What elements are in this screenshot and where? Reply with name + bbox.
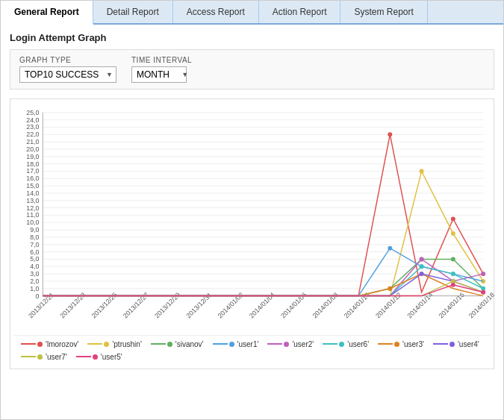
svg-text:7,0: 7,0 (30, 241, 39, 248)
legend-dot-sivanov (167, 342, 172, 347)
legend-item-user1: 'user1' (213, 340, 259, 348)
svg-text:13,0: 13,0 (26, 197, 39, 204)
svg-text:0: 0 (35, 292, 39, 300)
svg-text:21,0: 21,0 (26, 138, 39, 145)
legend-item-user2: 'user2' (267, 340, 314, 348)
svg-point-89 (420, 272, 424, 276)
legend-dot-user3 (394, 342, 399, 347)
svg-text:10,0: 10,0 (26, 219, 39, 226)
svg-point-70 (451, 216, 455, 221)
svg-text:23,0: 23,0 (26, 123, 39, 131)
time-interval-label: TIME INTERVAL (131, 56, 192, 64)
svg-point-81 (420, 257, 424, 261)
svg-text:2014/01/02: 2014/01/02 (217, 291, 245, 319)
legend-item-user7: 'user7' (21, 353, 67, 361)
svg-text:2013/12/23: 2013/12/23 (58, 291, 87, 319)
svg-text:2013/12/21: 2013/12/21 (27, 291, 55, 319)
svg-text:2014/01/16: 2014/01/16 (438, 291, 466, 319)
svg-text:2014/01/06: 2014/01/06 (279, 291, 308, 319)
svg-text:22,0: 22,0 (26, 131, 39, 138)
legend-line-user2 (267, 343, 282, 345)
legend-line-user3 (378, 343, 393, 345)
tab-access-report[interactable]: Access Report (173, 1, 259, 23)
legend-line-lmorozov (21, 343, 36, 345)
svg-point-94 (481, 290, 485, 295)
svg-text:2014/01/12: 2014/01/12 (374, 291, 402, 319)
svg-text:2014/01/10: 2014/01/10 (343, 291, 371, 319)
svg-text:17,0: 17,0 (26, 167, 39, 175)
svg-text:3,0: 3,0 (30, 270, 39, 278)
legend-item-ptrushin: 'ptrushin' (87, 340, 141, 348)
legend-item-user5: 'user5' (76, 353, 122, 361)
legend-dot-user5 (93, 354, 98, 360)
time-interval-group: TIME INTERVAL MONTH WEEK DAY (131, 56, 192, 83)
svg-text:15,0: 15,0 (26, 182, 39, 189)
svg-text:16,0: 16,0 (26, 175, 39, 182)
legend-item-user4: 'user4' (433, 340, 479, 348)
graph-type-group: GRAPH TYPE TOP10 SUCCESS TOP10 FAIL ALL (19, 56, 116, 83)
chart-legend: 'lmorozov' 'ptrushin' 'sivanov' (13, 335, 491, 366)
svg-point-72 (420, 169, 424, 174)
time-interval-select-wrapper: MONTH WEEK DAY (131, 66, 192, 83)
svg-text:25,0: 25,0 (26, 109, 39, 116)
svg-text:2013/12/25: 2013/12/25 (90, 291, 119, 319)
svg-text:8,0: 8,0 (30, 233, 39, 241)
graph-type-select-wrapper: TOP10 SUCCESS TOP10 FAIL ALL (19, 66, 116, 83)
svg-point-83 (481, 272, 485, 276)
legend-line-user7 (21, 356, 36, 357)
svg-point-73 (451, 231, 455, 236)
svg-text:18,0: 18,0 (26, 160, 39, 168)
svg-point-85 (451, 272, 455, 276)
svg-text:6,0: 6,0 (30, 248, 39, 256)
svg-point-87 (388, 286, 392, 291)
controls-box: GRAPH TYPE TOP10 SUCCESS TOP10 FAIL ALL … (10, 49, 494, 90)
tab-system-report[interactable]: System Report (340, 1, 427, 23)
tab-detail-report[interactable]: Detail Report (93, 1, 173, 23)
legend-dot-user2 (284, 342, 289, 347)
svg-text:12,0: 12,0 (26, 204, 39, 212)
svg-point-78 (388, 246, 392, 251)
svg-text:9,0: 9,0 (30, 226, 39, 233)
svg-point-93 (451, 283, 455, 287)
svg-point-69 (388, 132, 392, 137)
svg-text:1,0: 1,0 (30, 285, 39, 292)
svg-point-84 (420, 264, 424, 269)
svg-text:19,0: 19,0 (26, 153, 39, 160)
legend-item-user6: 'user6' (323, 340, 369, 348)
svg-text:2013/12/27: 2013/12/27 (122, 291, 150, 319)
legend-dot-user1 (229, 342, 234, 347)
svg-text:14,0: 14,0 (26, 189, 39, 197)
legend-item-lmorozov: 'lmorozov' (21, 340, 78, 348)
line-chart: .axis-text { font-size: 9px; fill: #555;… (13, 105, 491, 333)
main-content: Login Attempt Graph GRAPH TYPE TOP10 SUC… (1, 25, 503, 383)
svg-text:2,0: 2,0 (30, 278, 39, 285)
legend-item-user3: 'user3' (378, 340, 424, 348)
svg-text:2014/01/08: 2014/01/08 (311, 291, 339, 319)
chart-container: .axis-text { font-size: 9px; fill: #555;… (10, 98, 494, 369)
legend-dot-lmorozov (37, 342, 43, 347)
tab-bar: General Report Detail Report Access Repo… (1, 1, 503, 25)
svg-text:20,0: 20,0 (26, 145, 39, 153)
graph-type-label: GRAPH TYPE (19, 56, 116, 64)
legend-dot-user7 (37, 354, 43, 360)
legend-dot-user4 (449, 342, 455, 347)
tab-action-report[interactable]: Action Report (259, 1, 341, 23)
svg-point-77 (451, 257, 455, 261)
legend-dot-ptrushin (104, 342, 109, 347)
legend-line-ptrushin (87, 343, 102, 345)
section-title: Login Attempt Graph (10, 32, 494, 43)
svg-text:2013/12/29: 2013/12/29 (153, 291, 181, 319)
legend-line-user5 (76, 356, 91, 357)
tab-general-report[interactable]: General Report (1, 1, 93, 25)
svg-text:4,0: 4,0 (30, 263, 39, 270)
svg-text:24,0: 24,0 (26, 116, 39, 124)
svg-text:2014/01/04: 2014/01/04 (248, 291, 276, 319)
time-interval-select[interactable]: MONTH WEEK DAY (131, 66, 187, 83)
graph-type-select[interactable]: TOP10 SUCCESS TOP10 FAIL ALL (19, 66, 116, 83)
legend-line-user6 (323, 343, 337, 345)
legend-line-user1 (213, 343, 228, 345)
legend-line-sivanov (151, 343, 166, 345)
legend-line-user4 (433, 343, 448, 345)
legend-item-sivanov: 'sivanov' (151, 340, 204, 348)
legend-dot-user6 (339, 342, 344, 347)
